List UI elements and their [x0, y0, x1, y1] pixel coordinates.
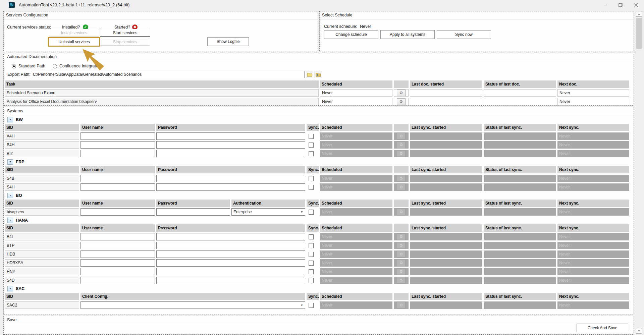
password-input[interactable] [156, 183, 305, 191]
schedule-gear-button[interactable]: ⚙ [397, 90, 406, 96]
column-header: Last sync. started [410, 200, 482, 207]
sync-checkbox[interactable] [309, 234, 314, 239]
check-and-save-button[interactable]: Check And Save [577, 324, 628, 332]
start-services-button[interactable]: Start services [100, 29, 150, 37]
column-header: Scheduled [320, 124, 392, 131]
password-input[interactable] [156, 141, 305, 149]
password-input[interactable] [156, 233, 305, 240]
scrollbar-thumb[interactable] [636, 18, 642, 49]
password-input[interactable] [156, 277, 305, 284]
status-of-last-sync-cell [484, 259, 556, 267]
username-input[interactable] [80, 233, 155, 240]
sync-checkbox[interactable] [309, 143, 314, 148]
radio-standard-path[interactable] [12, 64, 16, 68]
password-input[interactable] [156, 150, 305, 157]
group-title-row: ▼HANA [5, 217, 634, 224]
sync-checkbox[interactable] [309, 261, 314, 266]
status-of-last-sync-cell [484, 183, 556, 191]
stop-services-button[interactable]: Stop services [100, 38, 150, 46]
doc-table-row: Analysis for Office Excel Documentation … [5, 98, 634, 105]
collapse-toggle[interactable]: ▼ [7, 193, 13, 198]
username-input[interactable] [80, 242, 155, 249]
uninstall-services-button[interactable]: Uninstall services [48, 37, 100, 47]
collapse-toggle[interactable]: ▼ [7, 117, 13, 122]
client-config-select[interactable]: ▼ [80, 301, 305, 309]
sync-arrows-icon: ↻ [10, 2, 14, 7]
username-input[interactable] [80, 208, 155, 216]
username-input[interactable] [80, 277, 155, 284]
gear-cell: ⚙ [394, 250, 409, 258]
restore-button[interactable] [614, 0, 628, 10]
change-schedule-button[interactable]: Change schedule [324, 30, 378, 39]
collapse-toggle[interactable]: ▼ [7, 218, 13, 223]
password-input[interactable] [156, 242, 305, 249]
password-input[interactable] [156, 132, 305, 140]
column-header: Scheduled [320, 166, 392, 173]
authentication-select[interactable]: Enterprise▼ [231, 208, 305, 216]
scheduled-cell: Never [320, 141, 392, 149]
install-services-button[interactable]: Install services [49, 29, 99, 37]
sync-checkbox[interactable] [309, 269, 314, 274]
scheduled-cell: Never [320, 150, 392, 157]
status-of-last-sync-cell [484, 150, 556, 157]
username-input[interactable] [80, 175, 155, 182]
folder-star-icon [316, 72, 321, 77]
close-button[interactable] [629, 0, 643, 10]
system-table-header: SIDUser namePasswordAuthenticationSync.S… [5, 200, 634, 207]
vertical-scrollbar[interactable]: ▲ ▼ [636, 11, 642, 334]
gear-cell: ⚙ [394, 233, 409, 240]
column-header: Authentication [231, 200, 305, 207]
collapse-toggle[interactable]: ▼ [7, 159, 13, 165]
browse-folder-button[interactable] [306, 71, 313, 78]
username-input[interactable] [80, 268, 155, 275]
gear-cell: ⚙ [394, 175, 409, 182]
system-row: B4HNever⚙Never [5, 141, 634, 149]
next-sync-cell: Never [557, 268, 629, 275]
password-input[interactable] [156, 250, 305, 258]
sync-checkbox[interactable] [309, 151, 314, 156]
username-input[interactable] [80, 141, 155, 149]
sync-checkbox[interactable] [309, 252, 314, 257]
export-path-input[interactable] [31, 71, 305, 78]
gear-cell: ⚙ [394, 277, 409, 284]
minimize-button[interactable] [598, 0, 612, 10]
username-input[interactable] [80, 250, 155, 258]
sync-checkbox[interactable] [309, 185, 314, 190]
password-input[interactable] [156, 175, 305, 182]
system-row: HN2Never⚙Never [5, 268, 634, 275]
services-status-label: Current services status: [7, 25, 51, 30]
sync-checkbox[interactable] [309, 134, 314, 139]
open-special-folder-button[interactable] [315, 71, 322, 78]
collapse-toggle[interactable]: ▼ [7, 286, 13, 291]
scroll-up-button[interactable]: ▲ [636, 11, 642, 17]
close-icon [633, 2, 639, 8]
sync-checkbox[interactable] [309, 176, 314, 181]
scheduled-cell: Never [320, 132, 392, 140]
username-input[interactable] [80, 150, 155, 157]
column-header: User name [80, 200, 155, 207]
sync-checkbox[interactable] [309, 278, 314, 283]
apply-to-all-systems-button[interactable]: Apply to all systems [380, 30, 435, 39]
password-input[interactable] [156, 259, 305, 267]
system-table-header: SIDUser namePasswordSync.ScheduledLast s… [5, 166, 634, 173]
status-of-last-sync-cell [484, 277, 556, 284]
sync-checkbox[interactable] [309, 303, 314, 308]
sync-checkbox[interactable] [309, 243, 314, 248]
sync-cell [307, 183, 319, 191]
sync-checkbox[interactable] [309, 210, 314, 215]
sync-cell [307, 277, 319, 284]
username-input[interactable] [80, 259, 155, 267]
password-input[interactable] [156, 268, 305, 275]
last-sync-started-cell [410, 233, 482, 240]
column-header: Task [5, 80, 319, 88]
show-logfile-button[interactable]: Show Logfile [207, 37, 249, 46]
scroll-down-button[interactable]: ▼ [636, 328, 642, 334]
sync-now-button[interactable]: Sync now [437, 30, 491, 39]
last-sync-started-cell [410, 132, 482, 140]
radio-confluence-integration[interactable] [53, 64, 57, 68]
schedule-gear-button[interactable]: ⚙ [397, 98, 406, 105]
minimize-icon [602, 2, 608, 8]
password-input[interactable] [156, 208, 230, 216]
username-input[interactable] [80, 183, 155, 191]
username-input[interactable] [80, 132, 155, 140]
